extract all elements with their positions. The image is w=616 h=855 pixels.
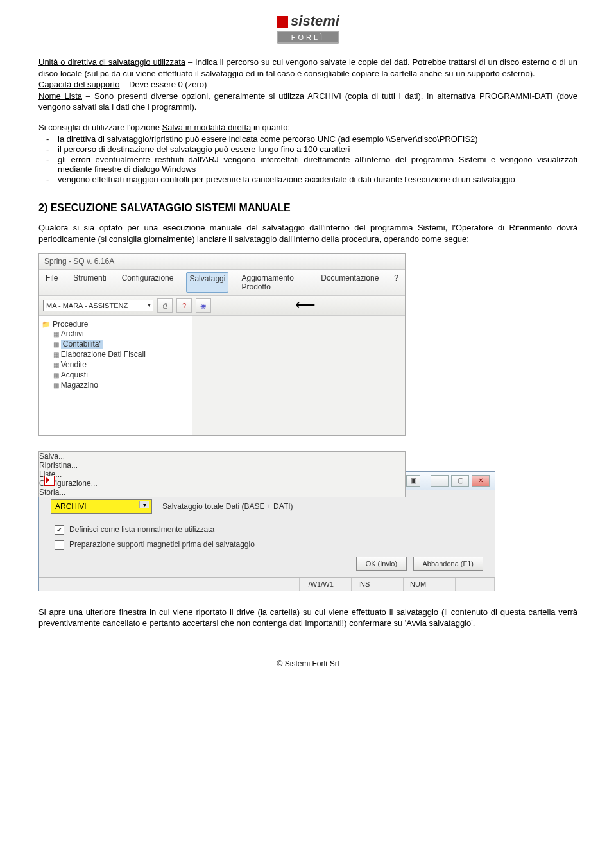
checkbox-icon[interactable]: ✔ (55, 525, 64, 535)
screenshot-spring-window: Spring - SQ v. 6.16A File Strumenti Conf… (38, 253, 406, 436)
dropdown-archivi[interactable]: ARCHIVI (51, 499, 152, 514)
tree-root[interactable]: Procedure (42, 320, 189, 329)
status-bar: -/W1/W1 INS NUM (39, 577, 495, 591)
close-button[interactable]: ✕ (472, 475, 490, 487)
list-item: gli errori eventualmente restituiti dall… (58, 155, 578, 174)
maximize-button[interactable]: ▢ (451, 475, 469, 487)
cancel-button[interactable]: Abbandona (F1) (413, 557, 484, 571)
window-title: Spring - SQ v. 6.16A (39, 254, 405, 270)
toolbar-btn-3[interactable]: ◉ (196, 298, 211, 313)
dropdown-item-config[interactable]: Configurazione... (39, 479, 405, 488)
advice-intro: Si consiglia di utilizzare l'opzione Sal… (38, 122, 578, 134)
titlebar-icon-2[interactable]: ▣ (406, 475, 420, 487)
dropdown-item-storia[interactable]: Storia... (39, 488, 405, 497)
toolbar-btn-1[interactable]: ⎙ (157, 298, 173, 313)
list-item: il percorso di destinazione del salvatag… (58, 144, 578, 154)
menu-file[interactable]: File (43, 272, 60, 293)
ok-button[interactable]: OK (Invio) (356, 557, 407, 571)
combo-company[interactable]: MA - MARA - ASSISTENZ (43, 300, 153, 311)
menubar: File Strumenti Configurazione Salvataggi… (39, 270, 405, 296)
list-item: la direttiva di salvataggio/ripristino p… (58, 134, 578, 144)
status-cell: -/W1/W1 (300, 578, 352, 591)
page-footer: © Sistemi Forlì Srl (38, 655, 578, 668)
checkbox-row-2[interactable]: Preparazione supporti magnetici prima de… (55, 540, 483, 549)
menu-strumenti[interactable]: Strumenti (71, 272, 108, 293)
checkbox-row-1[interactable]: ✔Definisci come lista normalmente utiliz… (55, 525, 483, 535)
status-cell: NUM (404, 578, 456, 591)
logo-subbrand: FORLÌ (277, 31, 339, 44)
minimize-button[interactable]: — (431, 475, 449, 487)
list-item: vengono effettuati maggiori controlli pe… (58, 175, 578, 184)
header-logo: sistemi FORLÌ (38, 13, 578, 44)
tree-node[interactable]: Archivi (42, 329, 189, 339)
toolbar-btn-2[interactable]: ? (176, 298, 192, 313)
arrow-icon: ⟵ (295, 297, 316, 313)
tree-node[interactable]: Magazzino (42, 380, 189, 390)
menu-salvataggi[interactable]: Salvataggi (186, 272, 228, 293)
menu-configurazione[interactable]: Configurazione (119, 272, 176, 293)
advice-list: la direttiva di salvataggio/ripristino p… (38, 134, 578, 184)
checkbox-icon[interactable] (55, 540, 64, 550)
section-2-title: 2) ESECUZIONE SALVATAGGIO SISTEMI MANUAL… (38, 202, 578, 214)
term-capacita: Capacità del supporto (38, 80, 119, 89)
term-unita: Unità o direttiva di salvataggio utilizz… (38, 57, 185, 67)
tree-view[interactable]: Procedure Archivi Contabilita' Elaborazi… (39, 316, 193, 435)
logo-square-icon (277, 16, 288, 28)
logo-brand: sistemi (291, 13, 339, 29)
dropdown-item-ripristina[interactable]: Ripristina... (39, 461, 405, 470)
tree-node-selected[interactable]: Contabilita' (42, 339, 189, 349)
dropdown-salvataggi: Salva... Ripristina... Liste... Configur… (38, 451, 406, 497)
status-cell: INS (352, 578, 404, 591)
toolbar: MA - MARA - ASSISTENZ ⎙ ? ◉ (39, 296, 405, 316)
tree-node[interactable]: Vendite (42, 359, 189, 370)
dropdown-item-salva[interactable]: Salva... (39, 452, 405, 461)
section-2-intro: Qualora si sia optato per una esecuzione… (38, 222, 578, 245)
intro-paragraphs: Unità o direttiva di salvataggio utilizz… (38, 56, 578, 113)
closing-paragraph: Si apre una ulteriore finestra in cui vi… (38, 607, 578, 629)
menu-aggiornamento[interactable]: Aggiornamento Prodotto (239, 272, 308, 293)
dropdown-description: Salvataggio totale Dati (BASE + DATI) (162, 502, 293, 511)
term-nomelista: Nome Lista (38, 91, 82, 101)
tree-node[interactable]: Acquisti (42, 370, 189, 380)
app-icon (44, 476, 55, 486)
tree-node[interactable]: Elaborazione Dati Fiscali (42, 349, 189, 359)
dropdown-item-liste[interactable]: Liste... (39, 470, 405, 479)
menu-documentazione[interactable]: Documentazione (318, 272, 381, 293)
menu-help[interactable]: ? (391, 272, 401, 293)
